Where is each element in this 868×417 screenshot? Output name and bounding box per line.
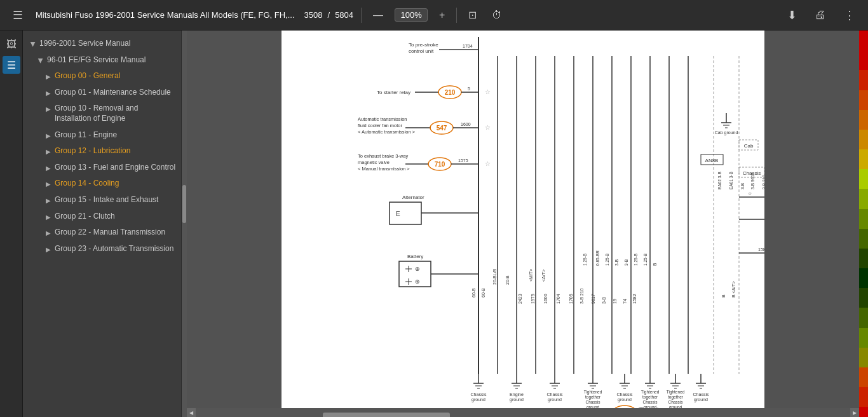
right-tab-13[interactable] xyxy=(859,268,868,288)
main-content: 🖼 ☰ ▶ 1996-2001 Service Manual ▶ 96-01 F… xyxy=(0,31,868,417)
menu-button[interactable]: ☰ xyxy=(8,6,28,25)
right-tab-16[interactable] xyxy=(859,328,868,348)
group15-label: Group 15 - Intake and Exhaust xyxy=(55,195,176,205)
svg-text:⊕: ⊕ xyxy=(415,278,420,285)
expand-arrow: ▶ xyxy=(29,42,37,47)
right-tab-10[interactable] xyxy=(859,209,868,229)
outline-view-button[interactable]: ☰ xyxy=(3,56,20,74)
svg-text:To exhaust brake 3-way: To exhaust brake 3-way xyxy=(358,153,408,159)
right-tab-3[interactable] xyxy=(859,70,868,90)
page-separator: / xyxy=(328,10,330,20)
svg-text:E: E xyxy=(396,210,400,217)
right-tab-12[interactable] xyxy=(859,249,868,268)
group10-label: Group 10 - Removal and Installation of E… xyxy=(55,104,176,123)
svg-text:3-B: 3-B xyxy=(614,259,619,266)
download-button[interactable]: ⬇ xyxy=(782,6,802,25)
right-tab-8[interactable] xyxy=(859,169,868,189)
more-icon: ⋮ xyxy=(844,8,855,22)
svg-text:5: 5 xyxy=(468,86,470,91)
tree-group14[interactable]: ▶ Group 14 - Cooling xyxy=(23,175,181,192)
h-scroll-thumb[interactable] xyxy=(323,413,450,417)
tree-group21[interactable]: ▶ Group 21 - Clutch xyxy=(23,208,181,225)
svg-text:☆: ☆ xyxy=(748,191,752,196)
zoom-level[interactable]: 100% xyxy=(395,8,428,22)
right-tab-11[interactable] xyxy=(859,229,868,249)
tree-group10[interactable]: ▶ Group 10 - Removal and Installation of… xyxy=(23,100,181,126)
group13-label: Group 13 - Fuel and Engine Control xyxy=(55,163,176,173)
svg-text:1705: 1705 xyxy=(569,294,573,304)
scroll-left-arrow[interactable]: ◀ xyxy=(187,408,196,417)
right-tab-5[interactable] xyxy=(859,110,868,130)
svg-text:3-B 210: 3-B 210 xyxy=(762,175,764,189)
right-tab-15[interactable] xyxy=(859,308,868,327)
svg-text:ground: ground xyxy=(694,397,708,402)
right-tab-17[interactable] xyxy=(859,348,868,367)
svg-text:Chassis: Chassis xyxy=(617,392,633,397)
horizontal-scrollbar[interactable]: ◀ ▶ xyxy=(187,408,859,417)
right-tab-4[interactable] xyxy=(859,90,868,110)
right-tab-14[interactable] xyxy=(859,288,868,308)
tree-group13[interactable]: ▶ Group 13 - Fuel and Engine Control xyxy=(23,160,181,176)
svg-text:547: 547 xyxy=(437,125,447,132)
right-tab-1[interactable] xyxy=(859,31,868,50)
tree-fefg[interactable]: ▶ 96-01 FE/FG Service Manual xyxy=(23,52,181,69)
more-options-button[interactable]: ⋮ xyxy=(839,6,860,25)
nav-scroll-thumb[interactable] xyxy=(182,185,186,223)
svg-text:Chassis: Chassis xyxy=(693,392,709,397)
svg-text:magnetic valve: magnetic valve xyxy=(358,160,390,165)
nav-panel: ▶ 1996-2001 Service Manual ▶ 96-01 FE/FG… xyxy=(23,31,182,417)
arrow-group12: ▶ xyxy=(46,147,51,156)
current-page[interactable]: 3508 xyxy=(304,10,323,20)
tree-group00[interactable]: ▶ Group 00 - General xyxy=(23,68,181,85)
arrow-group13: ▶ xyxy=(46,164,51,172)
right-tab-19[interactable] xyxy=(859,387,868,407)
svg-text:ground: ground xyxy=(618,397,632,402)
tree-group01[interactable]: ▶ Group 01 - Maintenance Schedule xyxy=(23,85,181,101)
arrow-group22: ▶ xyxy=(46,229,51,237)
group22-label: Group 22 - Manual Transmission xyxy=(55,228,176,238)
right-tab-9[interactable] xyxy=(859,189,868,208)
right-tab-18[interactable] xyxy=(859,367,868,387)
print-button[interactable]: 🖨 xyxy=(810,6,831,24)
svg-text:< Automatic transmission >: < Automatic transmission > xyxy=(358,129,416,135)
scroll-right-arrow[interactable]: ▶ xyxy=(850,408,859,417)
outline-icon: ☰ xyxy=(7,59,16,71)
arrow-group21: ▶ xyxy=(46,213,51,221)
fit-page-icon: ⊡ xyxy=(468,9,477,21)
svg-text:ground: ground xyxy=(510,397,524,402)
svg-text:1.25-B: 1.25-B xyxy=(634,254,638,266)
tree-group23[interactable]: ▶ Group 23 - Automatic Transmission xyxy=(23,241,181,257)
svg-text:Tightened: Tightened xyxy=(667,390,685,395)
right-tab-6[interactable] xyxy=(859,130,868,149)
right-tab-7[interactable] xyxy=(859,149,868,169)
svg-text:<M/T>: <M/T> xyxy=(529,269,533,282)
svg-text:1582: 1582 xyxy=(632,294,637,304)
svg-text:1.25-B: 1.25-B xyxy=(643,254,648,266)
tree-group15[interactable]: ▶ Group 15 - Intake and Exhaust xyxy=(23,192,181,208)
svg-text:3-B 210: 3-B 210 xyxy=(580,288,584,304)
arrow-group10: ▶ xyxy=(46,105,51,113)
svg-text:ground: ground xyxy=(548,397,562,402)
svg-rect-0 xyxy=(281,31,764,408)
tree-root[interactable]: ▶ 1996-2001 Service Manual xyxy=(23,36,181,52)
tree-group12[interactable]: ▶ Group 12 - Lubrication xyxy=(23,143,181,160)
root-label: 1996-2001 Service Manual xyxy=(39,39,176,49)
right-tab-2[interactable] xyxy=(859,50,868,70)
nav-scrollbar[interactable] xyxy=(182,31,187,417)
history-button[interactable]: ⏱ xyxy=(488,7,506,24)
svg-text:Tightened: Tightened xyxy=(584,390,602,395)
svg-text:To pre-stroke: To pre-stroke xyxy=(409,42,438,48)
tree-group11[interactable]: ▶ Group 11 - Engine xyxy=(23,127,181,144)
svg-text:control unit: control unit xyxy=(409,48,434,54)
svg-text:< Manual transmission >: < Manual transmission > xyxy=(358,166,410,172)
fit-page-button[interactable]: ⊡ xyxy=(465,6,480,24)
zoom-in-button[interactable]: + xyxy=(435,7,449,24)
thumbnail-view-button[interactable]: 🖼 xyxy=(3,36,20,53)
zoom-out-button[interactable]: — xyxy=(369,7,387,24)
svg-text:Chassis: Chassis xyxy=(668,400,683,404)
document-viewer: To pre-stroke control unit 1704 To start… xyxy=(187,31,859,417)
tree-group22[interactable]: ▶ Group 22 - Manual Transmission xyxy=(23,224,181,241)
svg-text:1600: 1600 xyxy=(543,294,548,304)
right-color-tabs xyxy=(859,31,868,417)
right-tab-20[interactable] xyxy=(859,407,868,417)
